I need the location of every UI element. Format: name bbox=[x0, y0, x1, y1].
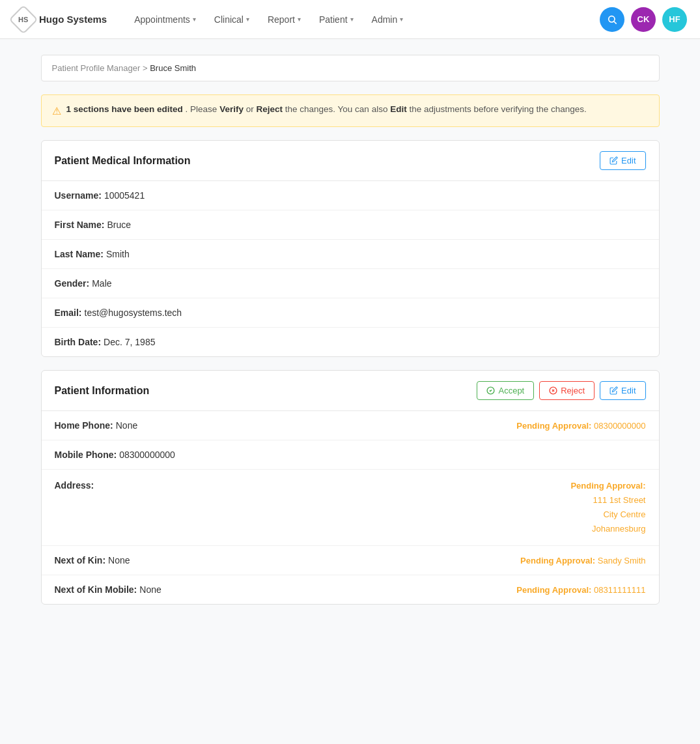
home-phone-value: None bbox=[116, 420, 137, 431]
address-line1: 111 1st Street bbox=[593, 495, 646, 505]
next-of-kin-value: None bbox=[108, 555, 130, 565]
field-birthdate: Birth Date: Dec. 7, 1985 bbox=[42, 328, 659, 356]
patient-edit-label: Edit bbox=[621, 386, 636, 395]
nav-label-patient: Patient bbox=[319, 14, 348, 25]
next-of-kin-pending-value: Sandy Smith bbox=[598, 556, 646, 565]
field-lastname: Last Name: Smith bbox=[42, 240, 659, 269]
nav-label-appointments: Appointments bbox=[134, 14, 190, 25]
lastname-value: Smith bbox=[106, 249, 130, 259]
medical-info-card: Patient Medical Information Edit Usernam… bbox=[41, 140, 660, 357]
edit-link[interactable]: Edit bbox=[390, 104, 407, 114]
address-label: Address: bbox=[55, 480, 94, 491]
next-of-kin-mobile-pending: Pending Approval: 08311111111 bbox=[516, 585, 645, 595]
edit-icon bbox=[609, 156, 618, 165]
brand-logo: HS bbox=[8, 5, 38, 34]
field-email: Email: test@hugosystems.tech bbox=[42, 298, 659, 328]
next-of-kin-mobile-pending-value: 08311111111 bbox=[594, 585, 646, 595]
chevron-down-icon: ▾ bbox=[246, 16, 249, 23]
gender-label: Gender: bbox=[55, 278, 90, 289]
alert-msg2: or bbox=[246, 104, 254, 114]
field-home-phone: Home Phone: None Pending Approval: 08300… bbox=[42, 411, 659, 440]
field-address: Address: Pending Approval: 111 1st Stree… bbox=[42, 470, 659, 546]
user-ck-button[interactable]: CK bbox=[631, 7, 656, 32]
x-circle-icon bbox=[549, 386, 557, 395]
next-of-kin-pending: Pending Approval: Sandy Smith bbox=[520, 556, 645, 565]
field-username: Username: 10005421 bbox=[42, 181, 659, 210]
nav-label-report: Report bbox=[268, 14, 295, 25]
lastname-label: Last Name: bbox=[55, 249, 104, 259]
nav-label-admin: Admin bbox=[372, 14, 398, 25]
next-of-kin-label: Next of Kin: bbox=[55, 555, 106, 565]
next-of-kin-pending-label: Pending Approval: bbox=[520, 556, 595, 565]
birthdate-value: Dec. 7, 1985 bbox=[104, 337, 155, 347]
reject-label: Reject bbox=[561, 386, 585, 395]
home-phone-pending: Pending Approval: 08300000000 bbox=[516, 421, 645, 431]
address-line3: Johannesburg bbox=[592, 524, 645, 534]
nav-item-clinical[interactable]: Clinical ▾ bbox=[206, 9, 257, 30]
home-phone-label: Home Phone: bbox=[55, 420, 113, 431]
breadcrumb: Patient Profile Manager > Bruce Smith bbox=[41, 55, 660, 81]
nav-item-appointments[interactable]: Appointments ▾ bbox=[126, 9, 204, 30]
field-next-of-kin-mobile: Next of Kin Mobile: None Pending Approva… bbox=[42, 575, 659, 604]
user-hf-initials: HF bbox=[669, 14, 680, 24]
svg-line-1 bbox=[614, 21, 617, 24]
user-hf-button[interactable]: HF bbox=[662, 7, 687, 32]
next-of-kin-mobile-label: Next of Kin Mobile: bbox=[55, 584, 137, 595]
reject-button[interactable]: Reject bbox=[539, 381, 595, 400]
patient-card-title: Patient Information bbox=[55, 385, 150, 397]
brand-name: Hugo Systems bbox=[39, 14, 107, 25]
chevron-down-icon: ▾ bbox=[193, 16, 196, 23]
username-value: 10005421 bbox=[104, 190, 145, 201]
brand-logo-text: HS bbox=[18, 16, 28, 23]
email-label: Email: bbox=[55, 308, 82, 318]
home-phone-pending-value: 08300000000 bbox=[594, 421, 646, 431]
navbar: HS Hugo Systems Appointments ▾ Clinical … bbox=[0, 0, 700, 39]
nav-label-clinical: Clinical bbox=[214, 14, 244, 25]
address-pending: Pending Approval: 111 1st Street City Ce… bbox=[570, 479, 645, 536]
field-next-of-kin: Next of Kin: None Pending Approval: Sand… bbox=[42, 546, 659, 575]
medical-edit-label: Edit bbox=[621, 156, 636, 165]
username-label: Username: bbox=[55, 190, 102, 201]
medical-card-header: Patient Medical Information Edit bbox=[42, 141, 659, 181]
chevron-down-icon: ▾ bbox=[400, 16, 403, 23]
main-content: Patient Profile Manager > Bruce Smith ⚠ … bbox=[28, 39, 673, 633]
edit-alert: ⚠ 1 sections have been edited . Please V… bbox=[41, 94, 660, 127]
nav-item-report[interactable]: Report ▾ bbox=[260, 9, 309, 30]
alert-text: 1 sections have been edited . Please Ver… bbox=[66, 104, 587, 114]
medical-edit-button[interactable]: Edit bbox=[600, 151, 645, 170]
chevron-down-icon: ▾ bbox=[298, 16, 301, 23]
breadcrumb-parent: Patient Profile Manager bbox=[52, 63, 141, 73]
search-icon bbox=[607, 14, 617, 25]
verify-link[interactable]: Verify bbox=[219, 104, 244, 114]
search-button[interactable] bbox=[600, 7, 624, 32]
email-value: test@hugosystems.tech bbox=[85, 308, 182, 318]
nav-item-admin[interactable]: Admin ▾ bbox=[364, 9, 412, 30]
firstname-value: Bruce bbox=[107, 220, 132, 230]
warning-icon: ⚠ bbox=[52, 105, 61, 117]
accept-label: Accept bbox=[498, 386, 524, 395]
accept-button[interactable]: Accept bbox=[477, 381, 534, 400]
mobile-phone-value: 08300000000 bbox=[119, 450, 175, 460]
brand: HS Hugo Systems bbox=[13, 9, 107, 30]
chevron-down-icon: ▾ bbox=[350, 16, 354, 23]
alert-msg3: the changes. You can also bbox=[285, 104, 388, 114]
patient-card-actions: Accept Reject Edit bbox=[477, 381, 645, 400]
check-circle-icon bbox=[486, 386, 495, 395]
svg-point-0 bbox=[609, 16, 615, 21]
address-line2: City Centre bbox=[603, 509, 645, 519]
address-pending-label: Pending Approval: bbox=[570, 481, 645, 491]
alert-msg4: the adjustments before verifying the cha… bbox=[409, 104, 586, 114]
patient-edit-button[interactable]: Edit bbox=[600, 381, 645, 400]
alert-count: 1 sections have been edited bbox=[66, 104, 183, 114]
nav-item-patient[interactable]: Patient ▾ bbox=[311, 9, 361, 30]
breadcrumb-separator: > bbox=[143, 63, 150, 73]
reject-link[interactable]: Reject bbox=[256, 104, 283, 114]
birthdate-label: Birth Date: bbox=[55, 337, 102, 347]
field-firstname: First Name: Bruce bbox=[42, 210, 659, 240]
next-of-kin-mobile-pending-label: Pending Approval: bbox=[516, 585, 591, 595]
user-ck-initials: CK bbox=[637, 14, 650, 24]
firstname-label: First Name: bbox=[55, 220, 105, 230]
medical-card-actions: Edit bbox=[600, 151, 645, 170]
gender-value: Male bbox=[92, 278, 111, 289]
patient-card-header: Patient Information Accept Reject bbox=[42, 371, 659, 411]
